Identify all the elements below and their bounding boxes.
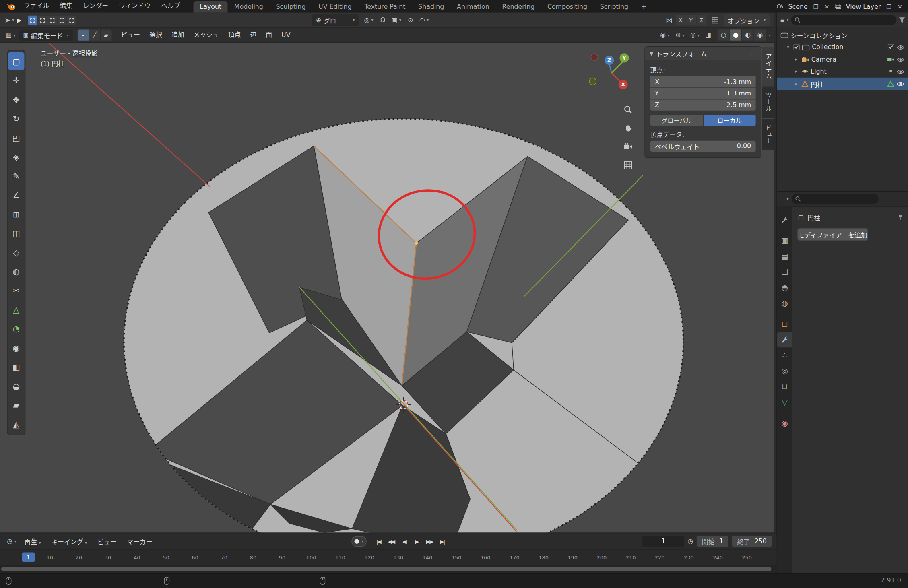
tool-select-box[interactable]: ▢ xyxy=(8,52,24,70)
snap-grid-icon[interactable] xyxy=(709,17,721,23)
vertex-coordinate-field[interactable]: Z 2.5 mm xyxy=(650,99,756,110)
tool-transform[interactable]: ◈ xyxy=(8,148,24,166)
transport-button[interactable]: |◀ xyxy=(373,536,384,547)
expand-icon[interactable]: ▾ xyxy=(785,45,791,50)
sidebar-tab[interactable]: ツール xyxy=(762,86,774,118)
tab-particles[interactable]: ∴ xyxy=(777,347,792,363)
workspace-tab[interactable]: Texture Paint xyxy=(358,1,412,13)
gizmo-axis-x[interactable]: X xyxy=(619,80,628,89)
menu-item[interactable]: ファイル xyxy=(19,0,54,13)
filter-icon[interactable] xyxy=(899,17,905,23)
tool-extrude-region[interactable]: ⊞ xyxy=(8,205,24,223)
mirror-axis-button[interactable]: Z xyxy=(696,15,706,25)
select-intersect-button[interactable] xyxy=(67,15,76,25)
outliner-row-light[interactable]: ▸ Light xyxy=(777,66,908,78)
workspace-tab[interactable]: Layout xyxy=(194,1,228,13)
new-view-layer-icon[interactable]: ❐ xyxy=(884,2,894,11)
current-frame-field[interactable]: 1 xyxy=(642,536,684,547)
sidebar-tab[interactable]: アイテム xyxy=(762,47,774,86)
zoom-icon[interactable] xyxy=(623,102,632,117)
editor-type-icon[interactable]: ▦▾ xyxy=(4,31,18,39)
breadcrumb-object-name[interactable]: 円柱 xyxy=(807,213,820,222)
hide-eye-icon[interactable] xyxy=(896,81,904,87)
tool-measure[interactable]: ∠ xyxy=(8,186,24,204)
proportional-falloff-dropdown[interactable]: ◠▾ xyxy=(418,16,431,24)
ortho-toggle-icon[interactable] xyxy=(623,157,632,172)
tool-cursor[interactable]: ✛ xyxy=(8,71,24,89)
mirror-axis-button[interactable]: X xyxy=(675,15,685,25)
hide-eye-icon[interactable] xyxy=(896,56,904,62)
xray-toggle[interactable]: ◨ xyxy=(703,31,714,39)
snap-settings-dropdown[interactable]: ▣▾ xyxy=(390,16,403,24)
viewport-menu-item[interactable]: 追加 xyxy=(167,28,189,42)
tab-object[interactable]: ◻ xyxy=(777,316,792,332)
timeline-editor-icon[interactable]: ◷▾ xyxy=(5,537,19,545)
tab-world[interactable]: ◍ xyxy=(777,295,792,311)
tool-edge-slide[interactable]: ◧ xyxy=(8,358,24,376)
tool-shear[interactable]: ▰ xyxy=(8,396,24,414)
tab-physics[interactable]: ◎ xyxy=(777,363,792,379)
frame-end-field[interactable]: 終了 250 xyxy=(732,536,772,547)
gizmo-axis-y[interactable]: Y xyxy=(620,53,629,62)
tool-loop-cut[interactable]: ◍ xyxy=(8,262,24,281)
shading-mode-button[interactable]: ◐ xyxy=(742,29,754,40)
active-tool-icon[interactable]: ➤▾ xyxy=(5,16,14,24)
edge-select-button[interactable]: ╱ xyxy=(89,29,100,40)
properties-editor-icon[interactable]: ≡▾ xyxy=(780,196,788,202)
panel-grip-icon[interactable]: ∷∷ xyxy=(749,50,756,56)
workspace-tab[interactable]: Scripting xyxy=(594,1,635,13)
marker-menu[interactable]: マーカー xyxy=(122,536,157,546)
view-menu[interactable]: ビュー xyxy=(93,536,121,546)
outliner-row-scene-collection[interactable]: シーンコレクション xyxy=(777,29,908,41)
current-frame-marker[interactable]: 1 xyxy=(22,553,35,562)
navigation-gizmo[interactable]: Z Y X xyxy=(586,53,637,91)
gizmos-dropdown[interactable]: ⊕▾ xyxy=(673,31,687,39)
collapse-icon[interactable]: ▼ xyxy=(650,51,653,56)
add-modifier-button[interactable]: モディファイアーを追加 ▾ xyxy=(797,228,868,241)
tool-spin[interactable]: ◔ xyxy=(8,320,24,338)
viewport-menu-item[interactable]: 選択 xyxy=(145,28,167,42)
proportional-edit-icon[interactable]: ⊙ xyxy=(406,16,415,24)
shading-mode-button[interactable]: ◉ xyxy=(754,29,766,40)
hide-eye-icon[interactable] xyxy=(896,68,904,74)
mirror-axis-button[interactable]: Y xyxy=(686,15,695,25)
new-scene-icon[interactable]: ❐ xyxy=(811,2,820,11)
playback-menu[interactable]: 再生▾ xyxy=(20,536,45,546)
collection-checkbox[interactable] xyxy=(793,44,800,50)
outliner-search-input[interactable] xyxy=(803,16,893,24)
tool-scale[interactable]: ◰ xyxy=(8,128,24,146)
transport-button[interactable]: ▶ xyxy=(411,536,423,547)
tab-material[interactable]: ◉ xyxy=(777,415,792,431)
tab-modifiers[interactable] xyxy=(777,332,792,347)
shading-mode-button[interactable]: ○ xyxy=(718,29,729,40)
workspace-tab[interactable]: + xyxy=(635,1,653,13)
tab-output[interactable]: ▤ xyxy=(777,248,792,264)
tool-poly-build[interactable]: △ xyxy=(8,301,24,319)
frame-start-field[interactable]: 開始 1 xyxy=(697,536,728,547)
tool-bevel[interactable]: ◇ xyxy=(8,243,24,261)
tab-scene[interactable]: ◓ xyxy=(777,280,792,295)
tool-inset-faces[interactable]: ◫ xyxy=(8,224,24,242)
menu-item[interactable]: ヘルプ xyxy=(156,0,185,13)
pin-icon[interactable] xyxy=(898,214,903,221)
pivot-point-dropdown[interactable]: ◎▾ xyxy=(362,16,376,24)
transport-button[interactable]: ▶| xyxy=(437,536,448,547)
tool-shrink-fatten[interactable]: ◒ xyxy=(8,377,24,395)
outliner-row-camera[interactable]: ▸ Camera xyxy=(777,53,908,65)
object-visibility-dropdown[interactable]: ◉▾ xyxy=(658,31,672,39)
workspace-tab[interactable]: UV Editing xyxy=(312,1,358,13)
tab-tool[interactable] xyxy=(777,212,792,228)
timeline-scrollbar[interactable] xyxy=(0,565,776,573)
transport-button[interactable]: ◀◀ xyxy=(386,536,397,547)
properties-search[interactable] xyxy=(792,194,879,204)
select-set-button[interactable] xyxy=(28,15,37,25)
menu-item[interactable]: 編集 xyxy=(54,0,78,13)
tab-object-data[interactable]: ▽ xyxy=(777,394,792,410)
select-subtract-button[interactable] xyxy=(47,15,57,25)
vertex-select-button[interactable]: ∙ xyxy=(78,29,89,40)
expand-icon[interactable]: ▸ xyxy=(793,81,799,86)
outliner-editor-icon[interactable]: ≡▾ xyxy=(780,17,788,23)
exclude-checkbox[interactable] xyxy=(888,44,894,50)
select-extend-button[interactable] xyxy=(38,15,47,25)
options-dropdown[interactable]: オプション▾ xyxy=(724,14,770,26)
